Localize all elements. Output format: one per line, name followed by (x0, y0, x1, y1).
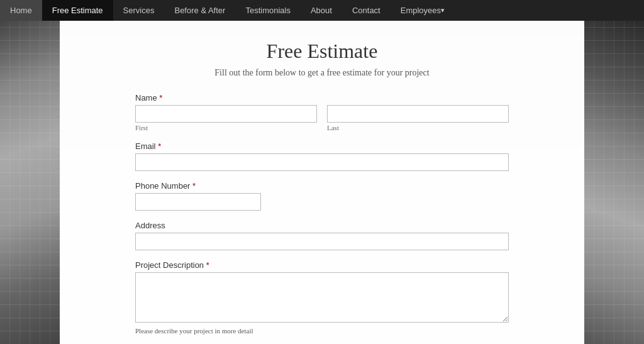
last-name-col: Last (327, 105, 509, 131)
estimate-form: Name * First Last Email * (135, 93, 509, 344)
nav-item-employees[interactable]: Employees (391, 0, 455, 21)
email-label: Email * (135, 141, 509, 151)
address-label: Address (135, 221, 509, 230)
project-description-label: Project Description * (135, 260, 509, 270)
page-title: Free Estimate (135, 40, 509, 63)
address-group: Address (135, 221, 509, 250)
last-name-input[interactable] (327, 105, 509, 123)
last-name-hint: Last (327, 124, 509, 131)
phone-group: Phone Number * (135, 181, 509, 211)
nav-item-testimonials[interactable]: Testimonials (235, 0, 301, 21)
email-input[interactable] (135, 153, 509, 171)
phone-required-star: * (190, 181, 196, 191)
project-description-textarea[interactable] (135, 272, 509, 323)
name-label: Name * (135, 93, 509, 103)
page-wrapper: Free Estimate Fill out the form below to… (0, 21, 644, 344)
nav-item-free-estimate[interactable]: Free Estimate (42, 0, 113, 21)
name-group: Name * First Last (135, 93, 509, 131)
page-subtitle: Fill out the form below to get a free es… (135, 68, 509, 78)
email-group: Email * (135, 141, 509, 171)
project-required-star: * (204, 260, 209, 270)
project-description-hint: Please describe your project in more det… (135, 327, 509, 335)
phone-label: Phone Number * (135, 181, 509, 191)
address-input[interactable] (135, 233, 509, 250)
name-required-star: * (157, 93, 163, 103)
nav-item-before-after[interactable]: Before & After (164, 0, 235, 21)
right-panel (584, 21, 644, 344)
left-panel (0, 21, 60, 344)
phone-input[interactable] (135, 193, 261, 211)
nav-item-home[interactable]: Home (0, 0, 42, 21)
first-name-input[interactable] (135, 105, 317, 123)
nav-item-about[interactable]: About (301, 0, 342, 21)
project-description-group: Project Description * Please describe yo… (135, 260, 509, 335)
nav-item-contact[interactable]: Contact (342, 0, 391, 21)
main-nav: Home Free Estimate Services Before & Aft… (0, 0, 644, 21)
form-container: Free Estimate Fill out the form below to… (60, 21, 584, 344)
first-name-col: First (135, 105, 317, 131)
nav-item-services[interactable]: Services (113, 0, 165, 21)
name-row: First Last (135, 105, 509, 131)
first-name-hint: First (135, 124, 317, 131)
email-required-star: * (156, 141, 162, 151)
